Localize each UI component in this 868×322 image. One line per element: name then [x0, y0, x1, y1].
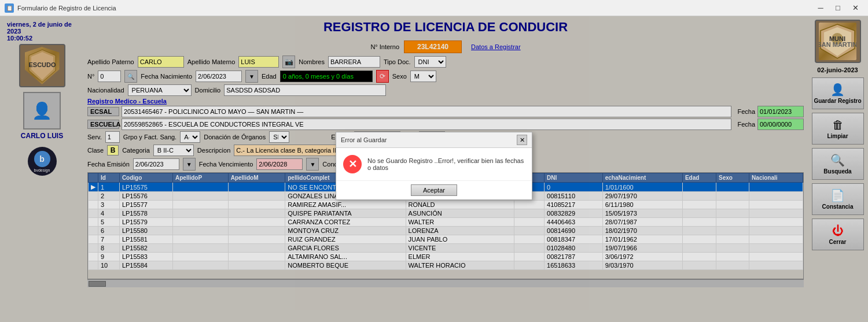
- dialog-title-bar: Error al Guardar ✕: [336, 132, 532, 148]
- dialog-overlay: Error al Guardar ✕ ✕ No se Guardo Regist…: [0, 16, 868, 322]
- dialog-title: Error al Guardar: [341, 136, 387, 143]
- app-icon: 📋: [5, 3, 14, 13]
- dialog-message: No se Guardo Registro ..Error!, verifica…: [367, 157, 525, 171]
- maximize-button[interactable]: □: [830, 2, 846, 14]
- dialog-footer: Aceptar: [336, 180, 532, 199]
- dialog-body: ✕ No se Guardo Registro ..Error!, verifi…: [336, 148, 532, 180]
- minimize-button[interactable]: ─: [812, 2, 829, 14]
- error-dialog: Error al Guardar ✕ ✕ No se Guardo Regist…: [336, 132, 532, 200]
- close-button[interactable]: ✕: [847, 2, 863, 14]
- dialog-close-button[interactable]: ✕: [517, 135, 527, 145]
- title-bar-left: 📋 Formulario de Registro de Licencia: [5, 3, 116, 13]
- title-bar-title: Formulario de Registro de Licencia: [17, 5, 116, 12]
- title-bar: 📋 Formulario de Registro de Licencia ─ □…: [0, 0, 868, 16]
- title-bar-controls: ─ □ ✕: [812, 2, 863, 14]
- aceptar-button[interactable]: Aceptar: [411, 184, 457, 196]
- error-icon: ✕: [343, 155, 362, 173]
